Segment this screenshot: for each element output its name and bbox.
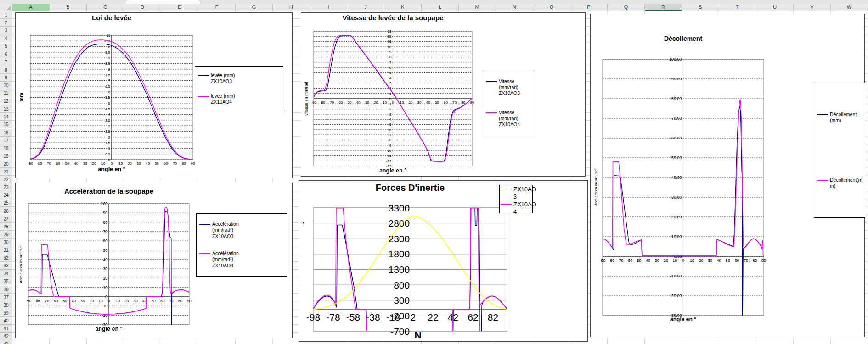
column-header-J[interactable]: J xyxy=(347,4,384,11)
row-header-1[interactable]: 1 xyxy=(0,11,12,19)
legend-line-sample xyxy=(817,114,828,115)
row-header-33[interactable]: 33 xyxy=(0,262,12,270)
row-header-29[interactable]: 29 xyxy=(0,231,12,239)
chart-forces-inertie[interactable] xyxy=(299,180,588,342)
legend-item: ZX10AO 3 xyxy=(501,186,531,201)
row-header-31[interactable]: 31 xyxy=(0,246,12,254)
row-header-35[interactable]: 35 xyxy=(0,277,12,285)
legend-item: Décollement(m m) xyxy=(817,177,862,189)
row-header-40[interactable]: 40 xyxy=(0,317,12,325)
column-header-G[interactable]: G xyxy=(236,4,273,11)
column-header-R[interactable]: R xyxy=(645,4,682,11)
chart-title: Loi de levée xyxy=(30,14,193,22)
chart-legend: Accélération (mm/rad²) ZX10AO3Accélérati… xyxy=(196,213,287,277)
column-header-T[interactable]: T xyxy=(719,4,756,11)
row-header-32[interactable]: 32 xyxy=(0,254,12,262)
legend-line-sample xyxy=(198,75,209,76)
row-header-11[interactable]: 11 xyxy=(0,89,12,97)
row-header-7[interactable]: 7 xyxy=(0,58,12,66)
legend-item: levée (mm) ZX10AO3 xyxy=(198,72,280,84)
excel-window: ABCDEFGHIJKLMNOPQRSTUVW 1234567891011121… xyxy=(0,0,868,344)
column-header-A[interactable]: A xyxy=(12,4,50,11)
row-header-8[interactable]: 8 xyxy=(0,66,12,74)
column-header-M[interactable]: M xyxy=(459,4,496,11)
row-header-39[interactable]: 39 xyxy=(0,309,12,317)
row-header-15[interactable]: 15 xyxy=(0,121,12,128)
x-axis-title: angle en ° xyxy=(30,166,193,172)
tab-remnant xyxy=(125,0,201,4)
chart-title: Forces D'inertie xyxy=(313,183,507,193)
row-header-43[interactable]: 43 xyxy=(0,340,12,344)
column-header-D[interactable]: D xyxy=(124,4,161,11)
column-header-P[interactable]: P xyxy=(570,4,608,11)
row-header-10[interactable]: 10 xyxy=(0,82,12,89)
row-header-24[interactable]: 24 xyxy=(0,191,12,199)
row-header-4[interactable]: 4 xyxy=(0,34,12,42)
column-header-H[interactable]: H xyxy=(273,4,310,11)
row-header-19[interactable]: 19 xyxy=(0,152,12,160)
chart-title: Accélération de la soupape xyxy=(28,187,189,195)
row-header-6[interactable]: 6 xyxy=(0,50,12,58)
row-header-27[interactable]: 27 xyxy=(0,215,12,223)
legend-item: Décollement (mm) xyxy=(817,111,862,123)
chart-title: Vitesse de levée de la soupape xyxy=(314,14,472,22)
column-header-C[interactable]: C xyxy=(87,4,124,11)
column-header-E[interactable]: E xyxy=(161,4,198,11)
legend-item: levée (mm) ZX10AO4 xyxy=(198,93,280,105)
column-header-I[interactable]: I xyxy=(310,4,347,11)
row-header-28[interactable]: 28 xyxy=(0,223,12,231)
row-header-34[interactable]: 34 xyxy=(0,270,12,277)
legend-line-sample xyxy=(199,253,210,254)
column-header-W[interactable]: W xyxy=(831,4,868,11)
row-header-13[interactable]: 13 xyxy=(0,105,12,113)
select-all-corner[interactable] xyxy=(0,4,12,11)
row-header-38[interactable]: 38 xyxy=(0,301,12,309)
row-header-17[interactable]: 17 xyxy=(0,137,12,144)
row-header-12[interactable]: 12 xyxy=(0,97,12,105)
legend-label: Vitesse (mm/rad) ZX10AO4 xyxy=(499,110,532,128)
legend-line-sample xyxy=(486,81,497,82)
column-header-N[interactable]: N xyxy=(496,4,533,11)
chart-title: Décollement xyxy=(603,35,764,42)
y-axis-title: ° xyxy=(302,221,304,228)
row-header-41[interactable]: 41 xyxy=(0,325,12,333)
column-header-Q[interactable]: Q xyxy=(608,4,645,11)
row-header-23[interactable]: 23 xyxy=(0,183,12,191)
column-header-V[interactable]: V xyxy=(794,4,831,11)
chart-legend: levée (mm) ZX10AO3levée (mm) ZX10AO4 xyxy=(195,66,283,111)
legend-label: ZX10AO 4 xyxy=(513,201,536,216)
column-header-O[interactable]: O xyxy=(533,4,570,11)
legend-label: Accélération (mm/rad²) ZX10AO3 xyxy=(212,221,239,239)
column-header-S[interactable]: S xyxy=(682,4,719,11)
row-header-14[interactable]: 14 xyxy=(0,113,12,121)
row-header-18[interactable]: 18 xyxy=(0,144,12,152)
row-header-22[interactable]: 22 xyxy=(0,176,12,183)
legend-item: ZX10AO 4 xyxy=(501,201,531,216)
row-header-16[interactable]: 16 xyxy=(0,129,12,137)
row-header-21[interactable]: 21 xyxy=(0,168,12,176)
legend-line-sample xyxy=(817,180,828,181)
column-header-K[interactable]: K xyxy=(384,4,422,11)
row-header-25[interactable]: 25 xyxy=(0,199,12,207)
row-header-36[interactable]: 36 xyxy=(0,286,12,294)
y-axis-title: Accélération en mm/rad² xyxy=(594,168,598,206)
legend-label: Décollement(m m) xyxy=(830,177,862,189)
row-header-26[interactable]: 26 xyxy=(0,207,12,215)
row-header-30[interactable]: 30 xyxy=(0,239,12,246)
column-header-U[interactable]: U xyxy=(756,4,794,11)
column-header-F[interactable]: F xyxy=(198,4,236,11)
column-header-B[interactable]: B xyxy=(50,4,87,11)
row-header-37[interactable]: 37 xyxy=(0,294,12,301)
row-header-20[interactable]: 20 xyxy=(0,160,12,168)
row-header-42[interactable]: 42 xyxy=(0,333,12,340)
chart-vitesse-de-levee[interactable] xyxy=(301,12,586,177)
row-header-3[interactable]: 3 xyxy=(0,27,12,34)
column-header-L[interactable]: L xyxy=(422,4,459,11)
y-axis-title: vitesse en mm/rad xyxy=(304,82,309,116)
x-axis-title: N xyxy=(408,330,428,341)
row-header-2[interactable]: 2 xyxy=(0,19,12,27)
row-header-9[interactable]: 9 xyxy=(0,74,12,82)
y-axis-title: Accélération en mm/rad² xyxy=(19,245,23,283)
row-header-5[interactable]: 5 xyxy=(0,42,12,50)
legend-label: levée (mm) ZX10AO4 xyxy=(211,93,235,105)
